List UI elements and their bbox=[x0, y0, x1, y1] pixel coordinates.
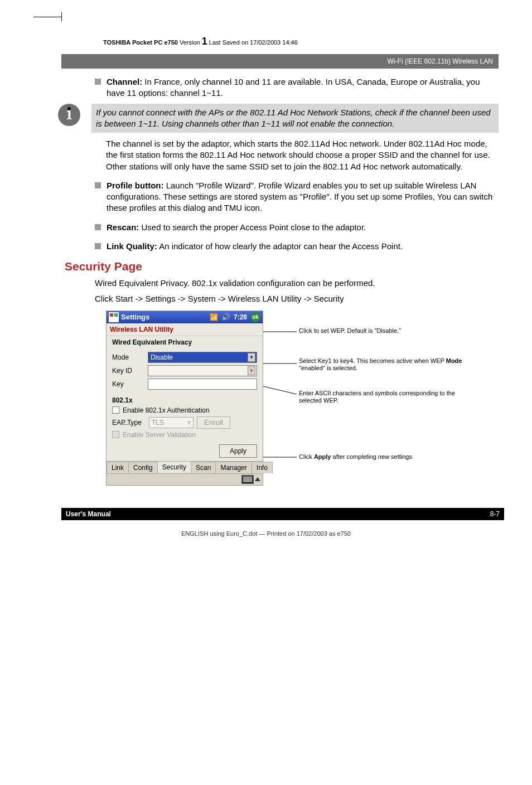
bullet-icon bbox=[95, 224, 101, 230]
chapter-banner: Wi-Fi (IEEE 802.11b) Wireless LAN bbox=[61, 54, 499, 69]
note-text: If you cannot connect with the APs or th… bbox=[91, 104, 499, 133]
app-title: Wireless LAN Utility bbox=[107, 323, 263, 336]
footer-left: User's Manual bbox=[66, 510, 111, 518]
callout-keyid: Select Key1 to key4. This becomes active… bbox=[299, 357, 472, 373]
window-titlebar: Settings 📶 🔊 7:28 ok bbox=[107, 311, 263, 323]
info-icon: 1 bbox=[58, 104, 80, 126]
tab-manager[interactable]: Manager bbox=[215, 462, 252, 473]
channel-label: Channel: bbox=[107, 77, 142, 86]
profile-label: Profile button: bbox=[107, 181, 163, 190]
tab-security[interactable]: Security bbox=[157, 461, 191, 473]
security-p2: Click Start -> Settings -> System -> Wir… bbox=[95, 293, 499, 304]
key-input[interactable] bbox=[148, 379, 257, 390]
version-num: 1 bbox=[202, 36, 207, 47]
mode-label: Mode bbox=[112, 353, 148, 361]
saved-on: Last Saved on 17/02/2003 14:46 bbox=[209, 39, 298, 46]
callouts: Click to set WEP. Default is "Disable." … bbox=[263, 311, 499, 486]
tab-link[interactable]: Link bbox=[107, 462, 129, 473]
bullet-profile: Profile button: Launch "Profile Wizard".… bbox=[95, 180, 499, 214]
keyid-select[interactable]: ▼ bbox=[148, 365, 257, 376]
security-p1: Wired Equivalent Privacy. 802.1x validat… bbox=[95, 278, 499, 289]
doc-header: TOSHIBA Pocket PC e750 Version 1 Last Sa… bbox=[33, 36, 499, 47]
eap-type-label: EAP Type bbox=[112, 419, 146, 427]
tab-bar: Link Config Security Scan Manager Info bbox=[107, 461, 263, 473]
tab-scan[interactable]: Scan bbox=[191, 462, 216, 473]
bullet-icon bbox=[95, 243, 101, 249]
eap-type-select[interactable]: TLS ▾ bbox=[149, 417, 194, 428]
bullet-rescan: Rescan: Used to search the proper Access… bbox=[95, 222, 499, 233]
server-validation-checkbox[interactable] bbox=[112, 431, 119, 438]
section-heading: Security Page bbox=[65, 260, 499, 273]
keyid-label: Key ID bbox=[112, 367, 148, 375]
ok-button[interactable]: ok bbox=[250, 312, 260, 322]
server-validation-label: Enable Server Validation bbox=[123, 431, 196, 439]
keyboard-icon[interactable] bbox=[241, 475, 254, 484]
apply-button[interactable]: Apply bbox=[219, 444, 257, 458]
link-text: An indicator of how clearly the adaptor … bbox=[157, 241, 403, 251]
rescan-label: Rescan: bbox=[107, 222, 139, 232]
footer-right: 8-7 bbox=[490, 510, 500, 518]
bullet-channel: Channel: In France, only channel 10 and … bbox=[95, 76, 499, 99]
callout-apply: Click Apply after completing new setting… bbox=[299, 453, 472, 461]
wep-header: Wired Equivalent Privacy bbox=[107, 336, 263, 347]
bullet-icon bbox=[95, 79, 101, 85]
brand: TOSHIBA Pocket PC e750 bbox=[103, 39, 178, 46]
sip-bar bbox=[107, 473, 263, 485]
mode-select[interactable]: Disable ▼ bbox=[148, 352, 257, 363]
speaker-icon: 🔊 bbox=[221, 313, 230, 321]
up-arrow-icon[interactable] bbox=[255, 477, 260, 481]
enroll-button[interactable]: Enroll bbox=[197, 416, 230, 429]
chevron-down-icon[interactable]: ▼ bbox=[248, 366, 255, 375]
link-label: Link Quality: bbox=[107, 241, 157, 251]
enable-auth-checkbox[interactable] bbox=[112, 406, 119, 414]
window-title: Settings bbox=[121, 313, 149, 321]
bullet-link-quality: Link Quality: An indicator of how clearl… bbox=[95, 241, 499, 252]
rescan-text: Used to search the proper Access Point c… bbox=[139, 222, 366, 232]
mode-value: Disable bbox=[151, 353, 173, 361]
screenshot-panel: Settings 📶 🔊 7:28 ok Wireless LAN Utilit… bbox=[106, 311, 263, 486]
signal-icon: 📶 bbox=[210, 313, 218, 321]
chevron-down-icon: ▾ bbox=[187, 419, 191, 427]
clock: 7:28 bbox=[234, 313, 247, 321]
svg-line-2 bbox=[263, 386, 297, 394]
bullet-icon bbox=[95, 182, 101, 188]
version-label: Version bbox=[180, 39, 200, 46]
eap-value: TLS bbox=[152, 419, 164, 427]
channel-explain: The channel is set by the adaptor, which… bbox=[106, 138, 499, 172]
note-callout: 1 If you cannot connect with the APs or … bbox=[58, 104, 499, 133]
key-label: Key bbox=[112, 380, 148, 388]
print-footer: ENGLISH using Euro_C.dot — Printed on 17… bbox=[33, 530, 499, 537]
8021x-header: 802.1x bbox=[107, 395, 263, 404]
chevron-down-icon[interactable]: ▼ bbox=[248, 353, 255, 362]
channel-text: In France, only channel 10 and 11 are av… bbox=[107, 77, 480, 98]
profile-text: Launch "Profile Wizard". Profile Wizard … bbox=[107, 181, 492, 213]
enable-auth-label: Enable 802.1x Authentication bbox=[123, 406, 209, 414]
tab-config[interactable]: Config bbox=[128, 462, 158, 473]
callout-mode: Click to set WEP. Default is "Disable." bbox=[299, 327, 472, 335]
start-flag-icon[interactable] bbox=[109, 312, 119, 322]
callout-key: Enter ASCII characters and symbols corre… bbox=[299, 390, 472, 405]
